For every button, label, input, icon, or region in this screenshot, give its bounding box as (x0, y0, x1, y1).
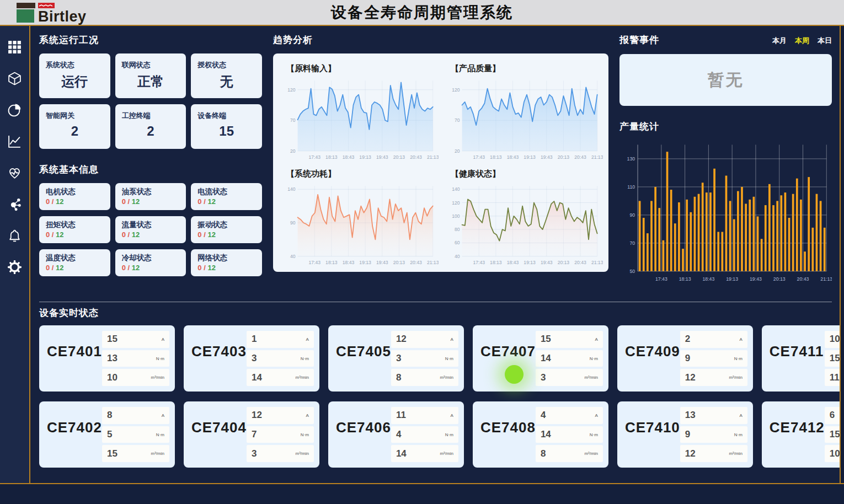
device-card[interactable]: CE740512A3N·m8m³/min (328, 325, 464, 392)
pie-chart-icon[interactable] (7, 102, 23, 117)
info-card-value: 0 / 12 (122, 230, 180, 239)
device-fields: 2A9N·m12m³/min (680, 331, 747, 386)
svg-text:20:43: 20:43 (410, 260, 422, 265)
device-field: 10m³/min (825, 445, 841, 462)
device-card[interactable]: CE74126A15N·m10m³/min (762, 401, 841, 468)
device-field-unit: A (306, 337, 309, 342)
device-card[interactable]: CE74092A9N·m12m³/min (617, 325, 753, 392)
device-field: 12A (391, 331, 458, 348)
device-card[interactable]: CE740115A13N·m10m³/min (39, 325, 175, 392)
raw-input-line-chart: 120702017:4318:1318:4319:1319:4320:1320:… (280, 75, 439, 163)
chart-health: 【健康状态】 14012010080604017:4318:1318:4319:… (441, 163, 605, 269)
device-field-value: 3 (252, 353, 257, 364)
status-card: 系统状态运行 (39, 53, 110, 98)
device-field-value: 14 (541, 429, 551, 440)
device-field-unit: N·m (445, 432, 453, 437)
device-card[interactable]: CE741110A15N·m11m³/min (762, 325, 841, 392)
device-field: 8m³/min (536, 445, 603, 462)
device-field-value: 7 (252, 429, 257, 440)
status-card-value: 2 (122, 124, 180, 139)
device-field: 9N·m (680, 350, 747, 367)
svg-text:19:13: 19:13 (359, 154, 371, 160)
device-field-value: 15 (830, 353, 840, 364)
device-field-value: 8 (107, 410, 112, 421)
molecule-icon[interactable] (7, 196, 23, 212)
device-field: 8m³/min (391, 369, 458, 386)
svg-text:90: 90 (629, 212, 635, 218)
device-card[interactable]: CE740412A7N·m3m³/min (184, 401, 319, 468)
svg-text:19:43: 19:43 (750, 276, 762, 282)
system-info-title: 系统基本信息 (39, 163, 262, 176)
device-field-unit: m³/min (295, 375, 308, 380)
device-name: CE7401 (47, 343, 102, 386)
device-fields: 13A9N·m12m³/min (680, 407, 747, 462)
line-chart-icon[interactable] (7, 133, 23, 149)
chart-product-quality-title: 【产品质量】 (451, 63, 603, 74)
device-card[interactable]: CE740611A4N·m14m³/min (328, 401, 464, 468)
status-card-label: 工控终端 (122, 111, 180, 121)
product-quality-line-chart: 120702017:4318:1318:4319:1319:4320:1320:… (444, 75, 603, 163)
device-card[interactable]: CE74084A14N·m8m³/min (473, 401, 608, 468)
alarm-tab[interactable]: 本月 (772, 36, 787, 46)
device-field: 15m³/min (102, 445, 169, 462)
svg-text:20:43: 20:43 (797, 276, 809, 282)
device-field-value: 10 (830, 334, 840, 345)
svg-text:20:13: 20:13 (558, 154, 570, 160)
device-fields: 4A14N·m8m³/min (536, 407, 603, 462)
status-card-value: 运行 (46, 73, 104, 90)
app-header: Birtley 设备全寿命周期管理系统 (0, 0, 844, 26)
device-field: 1A (247, 331, 314, 348)
device-field-value: 10 (107, 372, 117, 383)
device-fields: 12A3N·m8m³/min (391, 331, 458, 386)
device-name: CE7408 (480, 419, 536, 462)
device-field: 15N·m (825, 350, 841, 367)
device-name: CE7406 (336, 419, 391, 462)
trend-panel: 【原料输入】 120702017:4318:1318:4319:1319:432… (273, 53, 608, 272)
device-card[interactable]: CE74031A3N·m14m³/min (184, 325, 319, 392)
device-field-value: 12 (685, 372, 696, 383)
device-field: 15A (102, 331, 169, 348)
device-field-value: 12 (396, 334, 407, 345)
svg-text:90: 90 (290, 220, 296, 226)
device-field-unit: N·m (156, 356, 164, 361)
svg-text:21:13: 21:13 (427, 260, 439, 265)
device-field-value: 15 (107, 448, 117, 459)
device-field-value: 15 (541, 334, 551, 345)
svg-text:19:13: 19:13 (524, 154, 536, 160)
status-dot-green (505, 365, 524, 384)
health-line-chart: 14012010080604017:4318:1318:4319:1319:43… (444, 180, 603, 269)
device-field: 15N·m (825, 426, 841, 443)
bell-icon[interactable] (7, 228, 23, 243)
device-name: CE7403 (191, 343, 247, 386)
cube-icon[interactable] (7, 71, 23, 86)
info-card-value: 0 / 12 (122, 264, 180, 272)
device-field: 3N·m (247, 350, 314, 367)
status-card: 智能网关2 (39, 104, 110, 149)
devices-title: 设备实时状态 (39, 307, 832, 319)
health-pulse-icon[interactable] (7, 165, 23, 180)
device-card[interactable]: CE741013A9N·m12m³/min (617, 401, 753, 468)
status-card-label: 系统状态 (46, 60, 104, 70)
device-card[interactable]: CE74028A5N·m15m³/min (39, 401, 175, 468)
device-field-unit: N·m (156, 432, 164, 437)
info-card-label: 流量状态 (122, 220, 180, 230)
gear-icon[interactable] (7, 259, 23, 275)
svg-text:20:13: 20:13 (773, 276, 786, 282)
device-field-value: 15 (830, 429, 840, 440)
svg-text:17:43: 17:43 (473, 154, 485, 160)
trend-title: 趋势分析 (273, 34, 608, 46)
device-field-value: 3 (252, 448, 257, 459)
svg-text:20:13: 20:13 (558, 260, 570, 265)
device-field: 12m³/min (680, 369, 747, 386)
status-card: 设备终端15 (191, 104, 262, 149)
device-field: 13A (680, 407, 747, 424)
alarm-tab[interactable]: 本日 (818, 36, 832, 46)
device-grid: CE740115A13N·m10m³/minCE74031A3N·m14m³/m… (39, 325, 832, 468)
device-field: 10m³/min (102, 369, 169, 386)
alarm-tab[interactable]: 本周 (795, 36, 809, 46)
apps-grid-icon[interactable] (7, 39, 23, 55)
device-card[interactable]: CE740715A14N·m3m³/min (473, 325, 608, 392)
svg-text:19:13: 19:13 (524, 260, 536, 265)
device-field-value: 11 (830, 372, 840, 383)
device-field-value: 12 (252, 410, 262, 421)
